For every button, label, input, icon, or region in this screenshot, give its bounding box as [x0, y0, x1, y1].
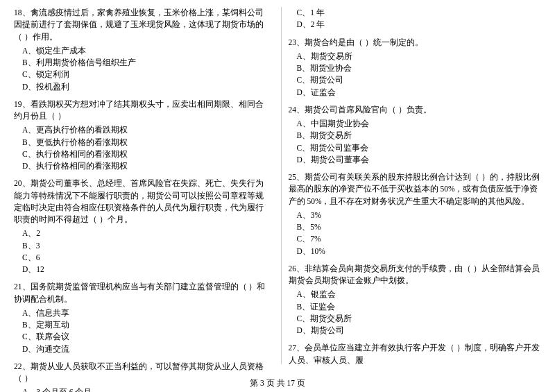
- q25-title: 25、期货公司有关联关系的股东持股比例合计达到（ ）的，持股比例最高的股东的净资…: [289, 171, 542, 207]
- q20-title: 20、期货公司董事长、总经理、首席风险官在失踪、死亡、失失行为能力等特殊情况下不…: [14, 178, 267, 225]
- q18-title: 18、禽流感疫情过后，家禽养殖业恢复，玉米价格上涨，某饲料公司因提前进行了套期保…: [14, 7, 267, 43]
- q24-option-d: D、期货公司董事会: [289, 154, 542, 166]
- q22-option-d: D、2 年: [289, 19, 542, 31]
- footer-text: 第 3 页 共 17 页: [250, 379, 305, 387]
- q26-title: 26、非结算会员向期货交易所支付的手续费，由（ ）从全部结算会员期货会员期货保证…: [289, 263, 542, 287]
- q25-option-a: A、3%: [289, 210, 542, 221]
- content-area: 18、禽流感疫情过后，家禽养殖业恢复，玉米价格上涨，某饲料公司因提前进行了套期保…: [14, 7, 541, 364]
- q19-title: 19、看跌期权买方想对冲了结其期权头寸，应卖出相同期限、相同合约月份且（ ）: [14, 99, 267, 123]
- question-26: 26、非结算会员向期货交易所支付的手续费，由（ ）从全部结算会员期货会员期货保证…: [289, 263, 542, 337]
- question-27: 27、会员单位应当建立并有效执行客户开发（ ）制度，明确客户开发人员、审核人员、…: [289, 342, 542, 366]
- q19-option-d: D、执行价格相同的看涨期权: [14, 160, 267, 172]
- q18-option-c: C、锁定利润: [14, 69, 267, 80]
- q22-option-c: C、1 年: [289, 7, 542, 19]
- q21-option-c: C、联席会议: [14, 331, 267, 343]
- q25-option-d: D、10%: [289, 246, 542, 257]
- question-22-cont: C、1 年 D、2 年: [289, 7, 542, 31]
- question-21: 21、国务院期货监督管理机构应当与有关部门建立监督管理的（ ）和协调配合机制。 …: [14, 281, 267, 355]
- q21-title: 21、国务院期货监督管理机构应当与有关部门建立监督管理的（ ）和协调配合机制。: [14, 281, 267, 305]
- q23-title: 23、期货合约是由（ ）统一制定的。: [289, 37, 542, 49]
- q20-option-a: A、2: [14, 228, 267, 239]
- q26-option-c: C、期货交易所: [289, 313, 542, 325]
- q19-option-a: A、更高执行价格的看跌期权: [14, 124, 267, 136]
- question-19: 19、看跌期权买方想对冲了结其期权头寸，应卖出相同期限、相同合约月份且（ ） A…: [14, 99, 267, 173]
- question-18: 18、禽流感疫情过后，家禽养殖业恢复，玉米价格上涨，某饲料公司因提前进行了套期保…: [14, 7, 267, 93]
- q20-option-b: B、3: [14, 240, 267, 252]
- q20-option-c: C、6: [14, 252, 267, 264]
- q26-option-a: A、银监会: [289, 289, 542, 300]
- page-container: 18、禽流感疫情过后，家禽养殖业恢复，玉米价格上涨，某饲料公司因提前进行了套期保…: [0, 0, 555, 392]
- q24-option-c: C、期货公司监事会: [289, 142, 542, 154]
- question-20: 20、期货公司董事长、总经理、首席风险官在失踪、死亡、失失行为能力等特殊情况下不…: [14, 178, 267, 275]
- question-23: 23、期货合约是由（ ）统一制定的。 A、期货交易所 B、期货业协会 C、期货公…: [289, 37, 542, 99]
- q23-option-a: A、期货交易所: [289, 51, 542, 62]
- q23-option-c: C、期货公司: [289, 74, 542, 86]
- q26-option-b: B、证监会: [289, 301, 542, 313]
- q21-option-a: A、信息共享: [14, 307, 267, 319]
- q24-title: 24、期货公司首席风险官向（ ）负责。: [289, 104, 542, 116]
- q21-option-b: B、定期互动: [14, 319, 267, 331]
- q20-option-d: D、12: [14, 264, 267, 275]
- q26-option-d: D、期货公司: [289, 325, 542, 336]
- q23-option-b: B、期货业协会: [289, 62, 542, 74]
- q18-option-a: A、锁定生产成本: [14, 45, 267, 57]
- q27-title: 27、会员单位应当建立并有效执行客户开发（ ）制度，明确客户开发人员、审核人员、…: [289, 342, 542, 366]
- q25-option-c: C、7%: [289, 233, 542, 245]
- page-footer: 第 3 页 共 17 页: [0, 378, 555, 389]
- right-column: C、1 年 D、2 年 23、期货合约是由（ ）统一制定的。 A、期货交易所 B…: [281, 7, 542, 364]
- q18-option-b: B、利用期货价格信号组织生产: [14, 57, 267, 69]
- q25-option-b: B、5%: [289, 221, 542, 233]
- q24-option-b: B、期货交易所: [289, 130, 542, 142]
- left-column: 18、禽流感疫情过后，家禽养殖业恢复，玉米价格上涨，某饲料公司因提前进行了套期保…: [14, 7, 274, 364]
- q18-option-d: D、投机盈利: [14, 81, 267, 93]
- q19-option-c: C、执行价格相同的看涨期权: [14, 148, 267, 160]
- q23-option-d: D、证监会: [289, 87, 542, 99]
- question-24: 24、期货公司首席风险官向（ ）负责。 A、中国期货业协会 B、期货交易所 C、…: [289, 104, 542, 166]
- q19-option-b: B、更低执行价格的看涨期权: [14, 137, 267, 148]
- q21-option-d: D、沟通交流: [14, 343, 267, 355]
- q24-option-a: A、中国期货业协会: [289, 118, 542, 130]
- question-25: 25、期货公司有关联关系的股东持股比例合计达到（ ）的，持股比例最高的股东的净资…: [289, 171, 542, 257]
